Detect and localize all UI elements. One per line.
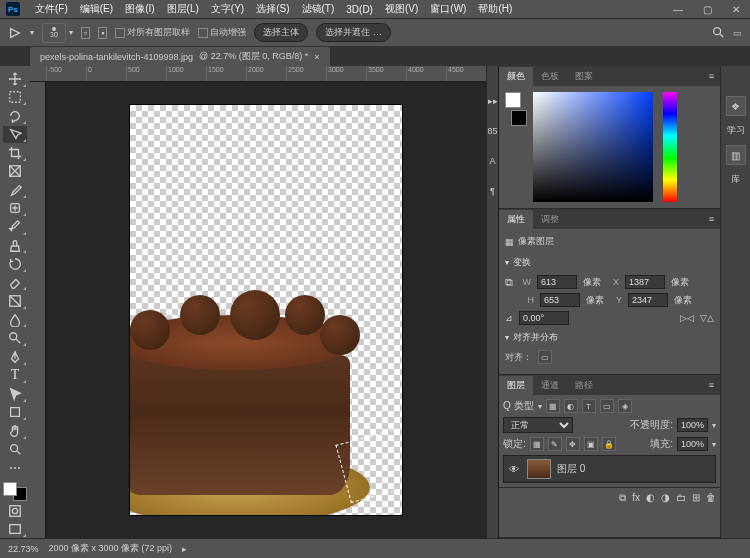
layer-row[interactable]: 👁 图层 0 bbox=[503, 455, 716, 483]
color-swatches[interactable] bbox=[3, 482, 27, 501]
path-selection-tool[interactable] bbox=[3, 385, 27, 403]
lock-transparency-icon[interactable]: ▦ bbox=[530, 437, 544, 451]
history-brush-tool[interactable] bbox=[3, 255, 27, 273]
horizontal-ruler[interactable]: -500050010001500200025003000350040004500 bbox=[30, 66, 486, 82]
screen-mode-toggle[interactable] bbox=[3, 520, 27, 538]
menu-3d[interactable]: 3D(D) bbox=[341, 2, 378, 17]
menu-image[interactable]: 图像(I) bbox=[120, 0, 159, 18]
eyedropper-tool[interactable] bbox=[3, 181, 27, 199]
filter-kind-label[interactable]: Q 类型 bbox=[503, 399, 534, 413]
lock-all-icon[interactable]: 🔒 bbox=[602, 437, 616, 451]
hue-slider[interactable] bbox=[663, 92, 677, 202]
window-close[interactable]: ✕ bbox=[728, 4, 744, 15]
quick-selection-tool[interactable] bbox=[3, 126, 27, 144]
panel-color-swatches[interactable] bbox=[505, 92, 527, 126]
delete-layer-icon[interactable]: 🗑 bbox=[706, 492, 716, 504]
zoom-tool[interactable] bbox=[3, 441, 27, 459]
auto-enhance-checkbox[interactable] bbox=[198, 28, 208, 38]
sample-all-layers-checkbox[interactable] bbox=[115, 28, 125, 38]
pen-tool[interactable] bbox=[3, 348, 27, 366]
subtract-selection-icon[interactable]: ▪ bbox=[98, 27, 107, 39]
chevron-down-icon[interactable]: ▾ bbox=[30, 28, 34, 37]
brush-preview[interactable]: 30 bbox=[42, 23, 66, 43]
filter-adjust-icon[interactable]: ◐ bbox=[564, 399, 578, 413]
fill-input[interactable]: 100% bbox=[677, 437, 708, 451]
new-layer-icon[interactable]: ⊞ bbox=[692, 492, 700, 504]
search-icon[interactable] bbox=[711, 25, 725, 41]
link-wh-icon[interactable]: ⧉ bbox=[505, 276, 513, 289]
flip-h-icon[interactable]: ▷◁ bbox=[680, 313, 694, 323]
lock-pixels-icon[interactable]: ✎ bbox=[548, 437, 562, 451]
gradient-tool[interactable] bbox=[3, 292, 27, 310]
group-icon[interactable]: 🗀 bbox=[676, 492, 686, 504]
layer-mask-icon[interactable]: ◐ bbox=[646, 492, 655, 504]
zoom-level[interactable]: 22.73% bbox=[8, 544, 39, 554]
tab-swatches[interactable]: 色板 bbox=[533, 67, 567, 86]
height-input[interactable] bbox=[540, 293, 580, 307]
library-panel-icon[interactable]: ▥ bbox=[726, 145, 746, 165]
panel-menu-icon[interactable]: ≡ bbox=[709, 380, 720, 390]
collapsed-panel-item[interactable]: 85 bbox=[487, 126, 497, 136]
menu-type[interactable]: 文字(Y) bbox=[206, 0, 249, 18]
opacity-input[interactable]: 100% bbox=[677, 418, 708, 432]
panel-menu-icon[interactable]: ≡ bbox=[709, 71, 720, 81]
link-layers-icon[interactable]: ⧉ bbox=[619, 492, 626, 504]
frame-tool[interactable] bbox=[3, 163, 27, 181]
align-section-header[interactable]: 对齐并分布 bbox=[505, 329, 714, 346]
color-field[interactable] bbox=[533, 92, 653, 202]
document-tab[interactable]: pexels-polina-tankilevitch-4109998.jpg @… bbox=[30, 47, 330, 66]
menu-filter[interactable]: 滤镜(T) bbox=[297, 0, 340, 18]
tool-preset-icon[interactable] bbox=[8, 26, 22, 40]
chevron-down-icon[interactable]: ▾ bbox=[69, 28, 73, 37]
menu-edit[interactable]: 编辑(E) bbox=[75, 0, 118, 18]
tab-properties[interactable]: 属性 bbox=[499, 210, 533, 229]
move-tool[interactable] bbox=[3, 70, 27, 88]
lock-artboard-icon[interactable]: ▣ bbox=[584, 437, 598, 451]
menu-layer[interactable]: 图层(L) bbox=[162, 0, 204, 18]
menu-help[interactable]: 帮助(H) bbox=[473, 0, 517, 18]
panel-menu-icon[interactable]: ≡ bbox=[709, 214, 720, 224]
workspace-icon[interactable]: ▭ bbox=[733, 28, 742, 38]
tab-paths[interactable]: 路径 bbox=[567, 376, 601, 395]
visibility-toggle-icon[interactable]: 👁 bbox=[507, 464, 521, 475]
transform-section-header[interactable]: 变换 bbox=[505, 254, 714, 271]
flip-v-icon[interactable]: ▽△ bbox=[700, 313, 714, 323]
status-chevron-icon[interactable]: ▸ bbox=[182, 544, 187, 554]
collapsed-panel-item[interactable]: A bbox=[489, 156, 495, 166]
layer-name[interactable]: 图层 0 bbox=[557, 462, 585, 476]
hand-tool[interactable] bbox=[3, 422, 27, 440]
expand-panel-icon[interactable]: ▸▸ bbox=[488, 96, 498, 106]
edit-toolbar[interactable]: ⋯ bbox=[3, 459, 27, 477]
shape-tool[interactable] bbox=[3, 404, 27, 422]
select-subject-button[interactable]: 选择主体 bbox=[254, 23, 308, 42]
eraser-tool[interactable] bbox=[3, 274, 27, 292]
y-input[interactable] bbox=[628, 293, 668, 307]
close-tab-icon[interactable]: × bbox=[314, 52, 319, 62]
marquee-tool[interactable] bbox=[3, 89, 27, 107]
layer-style-icon[interactable]: fx bbox=[632, 492, 640, 504]
menu-select[interactable]: 选择(S) bbox=[251, 0, 294, 18]
document-canvas[interactable] bbox=[130, 105, 402, 515]
filter-shape-icon[interactable]: ▭ bbox=[600, 399, 614, 413]
blur-tool[interactable] bbox=[3, 311, 27, 329]
blend-mode-select[interactable]: 正常 bbox=[503, 417, 573, 433]
document-dimensions[interactable]: 2000 像素 x 3000 像素 (72 ppi) bbox=[49, 542, 173, 555]
adjustment-layer-icon[interactable]: ◑ bbox=[661, 492, 670, 504]
crop-tool[interactable] bbox=[3, 144, 27, 162]
window-minimize[interactable]: — bbox=[669, 4, 687, 15]
collapsed-panel-item[interactable]: ¶ bbox=[490, 186, 495, 196]
healing-brush-tool[interactable] bbox=[3, 200, 27, 218]
dodge-tool[interactable] bbox=[3, 329, 27, 347]
filter-type-icon[interactable]: T bbox=[582, 399, 596, 413]
filter-pixel-icon[interactable]: ▦ bbox=[546, 399, 560, 413]
quick-mask-toggle[interactable] bbox=[3, 502, 27, 520]
menu-file[interactable]: 文件(F) bbox=[30, 0, 73, 18]
vertical-ruler[interactable] bbox=[30, 82, 46, 538]
brush-tool[interactable] bbox=[3, 218, 27, 236]
add-selection-icon[interactable]: ▫ bbox=[81, 27, 90, 39]
x-input[interactable] bbox=[625, 275, 665, 289]
foreground-color[interactable] bbox=[3, 482, 17, 496]
tab-adjustments[interactable]: 调整 bbox=[533, 210, 567, 229]
tab-color[interactable]: 颜色 bbox=[499, 67, 533, 86]
align-target-icon[interactable]: ▭ bbox=[538, 350, 552, 364]
